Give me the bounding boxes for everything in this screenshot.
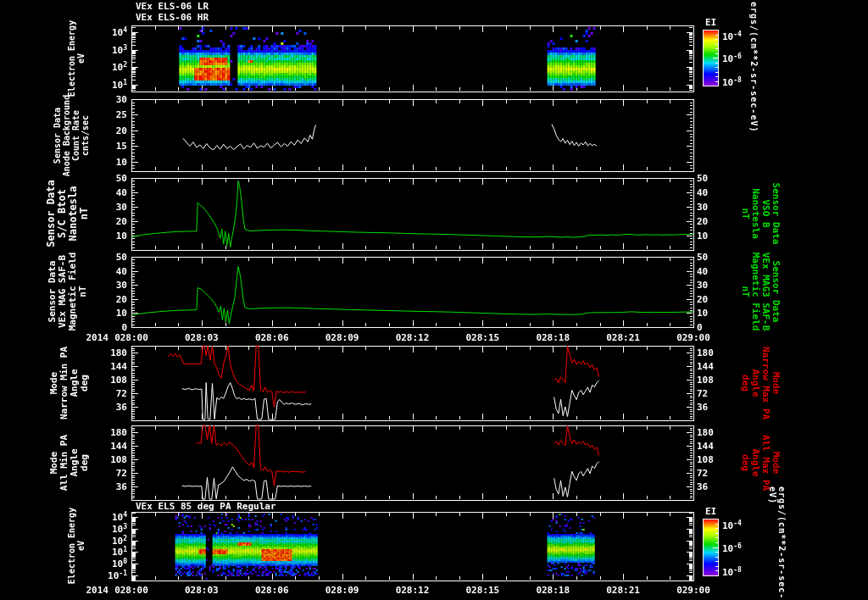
ytick-els06-10^2: 102 xyxy=(92,62,127,73)
panel1-title-hr: VEx ELS-06 HR xyxy=(136,12,209,23)
xtick-row2-028:21: 028:21 xyxy=(595,585,651,596)
ytick-narrow-144: 144 xyxy=(92,361,127,372)
ytick-els06-10^3: 103 xyxy=(92,45,127,56)
ytick-right-btot-50: 50 xyxy=(697,173,708,184)
ytick-mag-30: 30 xyxy=(92,280,127,291)
xtick-row1-028:15: 028:15 xyxy=(454,332,510,343)
ytick-right-mag-50: 50 xyxy=(697,252,708,263)
xtick-row1-028:03: 028:03 xyxy=(174,332,230,343)
ytick-right-narrow-108: 108 xyxy=(697,375,714,386)
ytick-mag-10: 10 xyxy=(92,308,127,319)
ytick-mag-40: 40 xyxy=(92,266,127,277)
panel1-title-lr: VEx ELS-06 LR xyxy=(136,1,209,12)
ytick-btot-30: 30 xyxy=(92,202,127,213)
ytick-btot-10: 10 xyxy=(92,231,127,242)
xtick-row2-028:06: 028:06 xyxy=(244,585,300,596)
ytick-els85-10^0: 100 xyxy=(92,558,127,569)
colorbar1-tick-10^-6: 10-6 xyxy=(722,53,742,64)
ytick-right-btot-40: 40 xyxy=(697,187,708,198)
ytick-els06-10^1: 101 xyxy=(92,80,127,91)
ytick-els85-10^4: 104 xyxy=(92,512,127,523)
colorbar1-title: EI xyxy=(705,17,716,28)
xtick-row1-028:06: 028:06 xyxy=(244,332,300,343)
ytick-right-all-180: 180 xyxy=(697,427,714,438)
ytick-els06-10^4: 104 xyxy=(92,27,127,38)
ytick-btot-50: 50 xyxy=(92,173,127,184)
ytick-right-mag-30: 30 xyxy=(697,280,708,291)
ytick-els85-10^3: 103 xyxy=(92,524,127,535)
xtick-row1-028:00: 028:00 xyxy=(103,332,159,343)
ytick-btot-40: 40 xyxy=(92,187,127,198)
xtick-row2-028:18: 028:18 xyxy=(525,585,581,596)
ytick-narrow-108: 108 xyxy=(92,375,127,386)
ytick-right-all-72: 72 xyxy=(697,468,708,479)
colorbar2-title: EI xyxy=(705,506,716,517)
ytick-right-all-108: 108 xyxy=(697,454,714,465)
ytick-right-all-144: 144 xyxy=(697,441,714,452)
ytick-els85-10^-1: 10-1 xyxy=(92,570,127,581)
ytick-right-all-36: 36 xyxy=(697,481,708,492)
xtick-row2-028:03: 028:03 xyxy=(174,585,230,596)
ytick-count-15: 15 xyxy=(92,141,127,152)
ytick-els85-10^1: 101 xyxy=(92,547,127,558)
panel7-ylabel: Electron Energy eV xyxy=(67,461,86,600)
ytick-all-108: 108 xyxy=(92,454,127,465)
ytick-count-30: 30 xyxy=(92,94,127,105)
plot-page: VEx ELS-06 LR VEx ELS-06 HR VEx ELS 85 d… xyxy=(0,0,868,600)
ytick-right-btot-20: 20 xyxy=(697,216,708,227)
xtick-row1-028:21: 028:21 xyxy=(595,332,651,343)
colorbar2-unit-label: ergs/(cm**2-sr-sec-eV) xyxy=(768,486,787,600)
ytick-all-36: 36 xyxy=(92,481,127,492)
colorbar1-tick-10^-8: 10-8 xyxy=(722,77,742,88)
ytick-mag-20: 20 xyxy=(92,294,127,305)
ytick-btot-20: 20 xyxy=(92,216,127,227)
ytick-mag-50: 50 xyxy=(92,252,127,263)
ytick-all-180: 180 xyxy=(92,427,127,438)
ytick-count-10: 10 xyxy=(92,157,127,168)
ytick-narrow-72: 72 xyxy=(92,388,127,399)
panel7-title: VEx ELS 85 deg PA Regular xyxy=(136,501,276,512)
xtick-row2-028:09: 028:09 xyxy=(314,585,370,596)
colorbar2-tick-10^-4: 10-4 xyxy=(722,520,742,531)
ytick-all-72: 72 xyxy=(92,468,127,479)
ytick-right-btot-10: 10 xyxy=(697,231,708,242)
xtick-row1-028:12: 028:12 xyxy=(385,332,441,343)
colorbar2-tick-10^-6: 10-6 xyxy=(722,543,742,554)
xtick-row1-028:09: 028:09 xyxy=(314,332,370,343)
ytick-narrow-36: 36 xyxy=(92,402,127,413)
ytick-right-btot-30: 30 xyxy=(697,202,708,213)
ytick-right-mag-40: 40 xyxy=(697,266,708,277)
ytick-right-narrow-72: 72 xyxy=(697,388,708,399)
plots-canvas xyxy=(0,0,868,600)
ytick-right-narrow-180: 180 xyxy=(697,347,714,358)
xtick-row1-028:18: 028:18 xyxy=(525,332,581,343)
xtick-row2-028:15: 028:15 xyxy=(454,585,510,596)
xtick-row2-028:00: 028:00 xyxy=(103,585,159,596)
ytick-count-25: 25 xyxy=(92,109,127,120)
ytick-right-mag-20: 20 xyxy=(697,294,708,305)
colorbar1-unit-label: ergs/(cm**2-sr-sec-eV) xyxy=(749,2,759,132)
colorbar2-tick-10^-8: 10-8 xyxy=(722,567,742,578)
ytick-right-mag-10: 10 xyxy=(697,308,708,319)
xtick-row2-028:12: 028:12 xyxy=(385,585,441,596)
ytick-els85-10^2: 102 xyxy=(92,536,127,547)
ytick-narrow-180: 180 xyxy=(92,347,127,358)
ytick-right-narrow-36: 36 xyxy=(697,402,708,413)
ytick-all-144: 144 xyxy=(92,441,127,452)
ytick-right-narrow-144: 144 xyxy=(697,361,714,372)
ytick-count-20: 20 xyxy=(92,125,127,136)
colorbar1-tick-10^-4: 10-4 xyxy=(722,31,742,42)
xtick-row2-029:00: 029:00 xyxy=(665,585,721,596)
xtick-row1-029:00: 029:00 xyxy=(665,332,721,343)
